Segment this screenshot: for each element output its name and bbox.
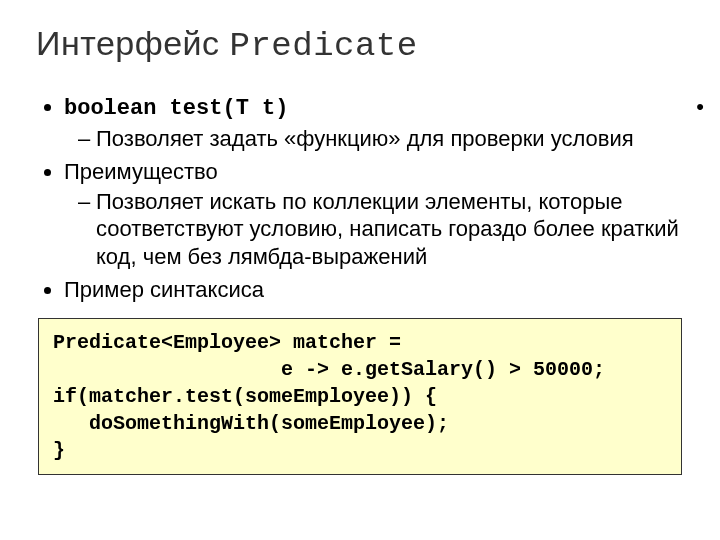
- content-list: boolean test(T t) • Позволяет задать «фу…: [36, 93, 684, 304]
- bullet-syntax: Пример синтаксиса: [64, 276, 684, 304]
- trail-dot-icon: •: [696, 93, 704, 121]
- sub-list-2: Позволяет искать по коллекции элементы, …: [64, 188, 684, 271]
- title-prefix: Интерфейс: [36, 24, 230, 62]
- bullet-advantage: Преимущество Позволяет искать по коллекц…: [64, 158, 684, 270]
- signature-desc: Позволяет задать «функцию» для проверки …: [82, 125, 684, 153]
- advantage-label: Преимущество: [64, 159, 218, 184]
- slide-title: Интерфейс Predicate: [36, 24, 684, 65]
- bullet-signature: boolean test(T t) • Позволяет задать «фу…: [64, 93, 684, 152]
- syntax-label: Пример синтаксиса: [64, 277, 264, 302]
- code-example: Predicate<Employee> matcher = e -> e.get…: [38, 318, 682, 475]
- signature-text: boolean test(T t): [64, 96, 288, 121]
- sub-list-1: Позволяет задать «функцию» для проверки …: [64, 125, 684, 153]
- slide: Интерфейс Predicate boolean test(T t) • …: [0, 0, 720, 540]
- title-code: Predicate: [230, 27, 418, 65]
- advantage-desc: Позволяет искать по коллекции элементы, …: [82, 188, 684, 271]
